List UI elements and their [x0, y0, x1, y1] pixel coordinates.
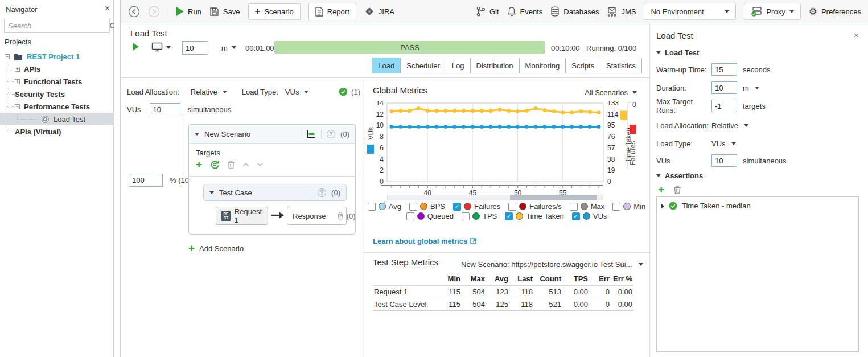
jms-button[interactable]: JMS — [607, 6, 636, 17]
checkbox-checked[interactable]: ✓ — [572, 212, 580, 220]
chevron-down-icon[interactable] — [744, 124, 748, 127]
checkbox-unchecked[interactable] — [570, 203, 578, 211]
help-icon[interactable]: ? — [318, 188, 326, 197]
load-profile-icon[interactable] — [306, 130, 316, 138]
chart-scrollbar-thumb[interactable] — [510, 195, 596, 200]
expand-icon[interactable] — [661, 204, 664, 208]
section-assertions[interactable]: Assertions — [656, 171, 703, 180]
property-input[interactable] — [711, 81, 737, 94]
tab-monitoring[interactable]: Monitoring — [519, 58, 566, 73]
report-button[interactable]: Report — [308, 3, 356, 20]
tab-scripts[interactable]: Scripts — [565, 58, 600, 73]
tree-item-functional-tests[interactable]: +Functional Tests — [0, 75, 114, 88]
move-up-icon[interactable] — [242, 162, 249, 167]
help-icon[interactable]: ? — [338, 212, 343, 220]
checkbox-unchecked[interactable] — [409, 203, 417, 211]
svg-text:57: 57 — [607, 144, 615, 152]
collapse-icon[interactable] — [195, 133, 199, 136]
delete-target-icon[interactable] — [227, 160, 235, 169]
run-loadtest-button[interactable] — [133, 43, 139, 51]
chevron-down-icon[interactable] — [232, 46, 236, 49]
tab-distribution[interactable]: Distribution — [470, 58, 520, 73]
column-header: Err % — [611, 273, 633, 286]
properties-close-icon[interactable]: × — [854, 30, 859, 40]
jira-button[interactable]: JIRA — [364, 6, 394, 17]
checkbox-unchecked[interactable] — [508, 203, 516, 211]
tab-scheduler[interactable]: Scheduler — [400, 58, 446, 73]
add-scenario-link[interactable]: + Add Scenario — [188, 244, 244, 253]
duration-input[interactable] — [182, 41, 208, 55]
chart-scrollbar[interactable] — [387, 195, 603, 200]
move-down-icon[interactable] — [257, 162, 264, 167]
play-icon — [176, 7, 184, 16]
table-row[interactable]: Request 11155041231185130.0000.00 — [373, 286, 633, 298]
tree-item-apis[interactable]: +APIs — [0, 63, 114, 75]
series-color-dot — [516, 212, 523, 220]
checkbox-unchecked[interactable] — [368, 203, 376, 211]
property-input[interactable] — [711, 154, 737, 167]
collapse-icon[interactable]: − — [5, 54, 10, 59]
add-assertion-icon[interactable]: + — [658, 185, 664, 194]
expand-icon[interactable]: + — [15, 79, 20, 84]
search-input[interactable] — [8, 22, 109, 30]
property-value[interactable]: VUs — [711, 139, 726, 148]
add-scenario-button[interactable]: + Scenario — [248, 3, 301, 20]
load-allocation-value[interactable]: Relative — [191, 88, 217, 96]
preferences-button[interactable]: ⚙ Preferences — [809, 6, 861, 17]
checkbox-unchecked[interactable] — [406, 212, 414, 220]
run-button[interactable]: Run — [176, 7, 201, 16]
checkbox-unchecked[interactable] — [462, 212, 470, 220]
scenario-header[interactable]: New Scenario ? (0) — [189, 125, 355, 144]
panel-splitter[interactable] — [114, 0, 121, 357]
chevron-down-icon[interactable] — [755, 87, 759, 89]
vus-label: VUs — [127, 105, 141, 114]
test-case-panel[interactable]: Test Case ? (0) — [203, 184, 347, 201]
chevron-down-icon[interactable] — [223, 91, 227, 93]
tree-item-rest-project-1[interactable]: −REST Project 1 — [0, 50, 114, 63]
forward-button[interactable] — [148, 6, 160, 18]
collapse-icon[interactable]: − — [15, 104, 20, 109]
property-input[interactable] — [711, 100, 737, 112]
environment-select[interactable]: No Environment — [644, 3, 736, 20]
tab-statistics[interactable]: Statistics — [600, 58, 642, 73]
tree-item-performance-tests[interactable]: −Performance Tests — [0, 100, 114, 113]
tab-log[interactable]: Log — [446, 58, 471, 73]
back-button[interactable] — [128, 6, 140, 18]
section-load-test[interactable]: Load Test — [656, 48, 699, 57]
collapse-icon[interactable] — [209, 191, 214, 194]
vus-input[interactable] — [150, 103, 180, 116]
save-button[interactable]: Save — [209, 7, 240, 17]
events-button[interactable]: Events — [507, 6, 543, 17]
add-target-icon[interactable]: + — [196, 160, 202, 169]
proxy-button[interactable]: Proxy — [744, 3, 800, 20]
table-row[interactable]: Test Case Level1155041251185210.0000.00 — [373, 298, 633, 311]
scenario-filter-select[interactable]: All Scenarios — [585, 88, 637, 97]
databases-button[interactable]: Databases — [550, 6, 599, 17]
request-step[interactable]: REST Request 1 — [216, 207, 268, 225]
checkbox-checked[interactable]: ✓ — [453, 203, 461, 211]
help-icon[interactable]: ? — [327, 130, 335, 138]
chevron-down-icon[interactable] — [166, 46, 171, 49]
checkbox-checked[interactable]: ✓ — [505, 212, 513, 220]
legend-item-tps: TPS — [462, 212, 497, 220]
test-step-scenario-select[interactable]: New Scenario: https://petstore.swagger.i… — [461, 260, 643, 269]
assertion-row[interactable]: Time Taken - median — [657, 197, 858, 215]
delete-assertion-icon[interactable] — [673, 185, 681, 194]
tab-load[interactable]: Load — [372, 58, 401, 73]
learn-link[interactable]: Learn about global metrics — [373, 237, 476, 245]
response-step[interactable]: Response ? (0) — [287, 207, 347, 225]
expand-icon[interactable]: + — [15, 67, 20, 72]
chevron-down-icon[interactable] — [731, 142, 736, 145]
property-value[interactable]: Relative — [711, 121, 738, 130]
checkbox-unchecked[interactable] — [612, 203, 620, 211]
load-type-value[interactable]: VUs — [285, 88, 299, 96]
navigator-close-icon[interactable]: × — [105, 3, 110, 14]
git-button[interactable]: Git — [476, 6, 499, 17]
percent-input[interactable] — [129, 174, 163, 187]
insert-target-icon[interactable] — [209, 160, 220, 169]
agents-monitor-icon[interactable] — [151, 42, 163, 52]
chevron-down-icon[interactable] — [304, 91, 308, 93]
property-label: Max Target Runs: — [656, 97, 711, 114]
property-input[interactable] — [711, 63, 737, 76]
load-test-icon — [41, 115, 50, 124]
